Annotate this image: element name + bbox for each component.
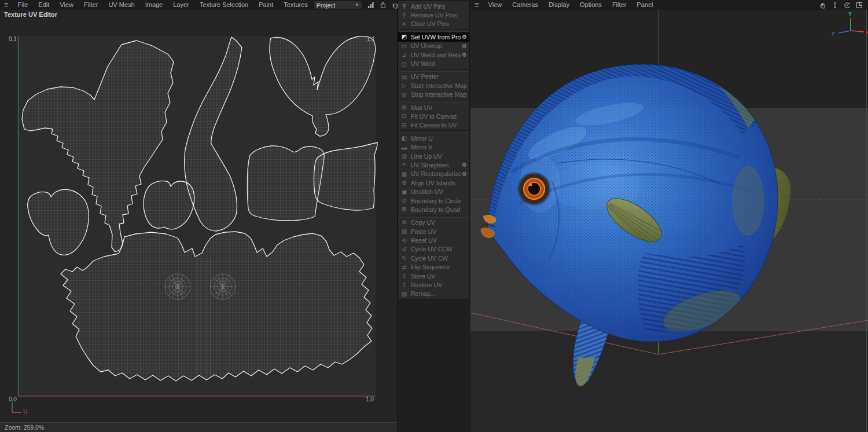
hamburger-icon[interactable]: ≡ [470,0,483,10]
uv-menu-item[interactable]: ⟲ Reset UV [398,236,469,244]
menu-item[interactable]: Filter [607,0,631,10]
lock-icon[interactable] [379,1,387,9]
uv-menu-item[interactable]: ▦ UV Rectangularize ⚙ [398,170,469,178]
uv-editor-menubar: ≡ FileEditViewFilterUV MeshImageLayerTex… [0,0,397,10]
uv-menu-item[interactable]: ⇄ Flip Sequence [398,263,469,272]
uv-menu-item-icon: ⊘ [400,91,408,98]
hamburger-icon[interactable]: ≡ [0,0,13,10]
uv-menu-item[interactable]: ⊡ Fit UV to Canvas [398,112,469,120]
menu-item[interactable]: Edit [33,0,54,10]
uv-menu-item-label: Copy UV [411,219,467,226]
rotate-icon[interactable] [843,1,851,9]
menu-item[interactable]: View [54,0,79,10]
menu-item[interactable]: Filter [79,0,103,10]
menu-item[interactable]: View [483,0,507,10]
menu-item[interactable]: Image [140,0,168,10]
viewport-3d[interactable]: Y X Z [470,10,868,432]
menu-item[interactable]: Display [543,0,575,10]
uv-menu-item-icon: ◧ [400,135,408,141]
viewport-canvas[interactable]: Y X Z [470,10,868,432]
uv-menu-item[interactable]: ▬ Mirror V [398,142,469,151]
uv-menu-item-label: Add UV Pins [411,3,467,10]
uv-menu-item[interactable]: ▨ Remap... [398,290,469,298]
menu-item[interactable]: Texture Selection [194,0,253,10]
uv-menu-item[interactable]: ▤ UV Peeler [398,72,469,81]
uv-menu-item[interactable]: ▷ Start Interactive Mapping [398,81,469,90]
uv-menu-item[interactable]: ▭ UV Unwrap ⚙ [398,42,469,50]
uv-menu-item[interactable]: ⚲ Remove UV Pins [398,10,469,19]
uv-menu-item[interactable]: ↻ Cycle UV CW [398,254,469,262]
gear-icon[interactable]: ⚙ [461,171,467,177]
uv-menu-item[interactable]: ▧ Paste UV [398,227,469,236]
uv-menu-item[interactable]: ▣ Unstitch UV [398,187,469,196]
uv-corner-label-00: 0,0 [9,396,17,402]
uv-menu-item[interactable]: ⊕ Align UV Islands [398,178,469,187]
uv-menu-item[interactable]: ⊿ UV Weld and Relax ⚙ [398,50,469,59]
uv-menu-item-icon: ≡ [400,162,408,168]
uv-menu-item-icon: ▥ [400,153,408,159]
dolly-icon[interactable] [831,1,839,9]
uv-canvas[interactable] [0,0,397,432]
maximize-icon[interactable] [855,1,863,9]
uv-menu-item[interactable]: ⊞ Max UV [398,103,469,112]
uv-menu-item-icon: ⚲ [400,12,408,19]
uv-editor-menu: FileEditViewFilterUV MeshImageLayerTextu… [13,0,313,10]
histogram-icon[interactable] [367,1,375,9]
uv-menu-item-icon: ▧ [400,228,408,235]
uv-menu-item[interactable]: ⊟ Fit Canvas to UV [398,121,469,130]
project-dropdown-value: Project [317,2,336,9]
pan-hand-icon[interactable] [819,1,827,9]
menu-item[interactable]: Panel [631,0,658,10]
uv-menu-item-label: Cycle UV CCW [411,246,467,252]
uv-menu-item-label: Align UV Islands [411,180,467,186]
uv-menu-item[interactable]: ⊘ Stop Interactive Mapping [398,90,469,99]
uv-menu-item-icon: ↺ [400,246,408,252]
uv-menu-item[interactable]: ⊠ Boundary to Quad [398,205,469,214]
uv-menu-item[interactable]: ◩ Set UVW from Projection ⚙ [398,32,469,41]
uv-menu-item[interactable]: ⊙ Boundary to Circle [398,196,469,205]
uv-menu-item[interactable]: ◫ UV Weld [398,59,469,68]
gear-icon[interactable]: ⚙ [461,43,467,49]
menu-item[interactable]: File [13,0,34,10]
uv-menu-item-label: UV Peeler [411,73,467,80]
uv-menu-item-label: Fit UV to Canvas [411,113,467,120]
uv-menu-item[interactable]: ◧ Mirror U [398,134,469,142]
menu-item[interactable]: Paint [253,0,278,10]
project-dropdown[interactable]: Project ▼ [313,1,363,9]
uv-menu-item-icon: ↥ [400,282,408,288]
uv-menu-item[interactable]: ↺ Cycle UV CCW [398,245,469,254]
menu-item[interactable]: Layer [168,0,194,10]
uv-menu-item-label: Mirror V [411,144,467,151]
menu-item[interactable]: Cameras [507,0,543,10]
zoom-level: Zoom: 259.0% [5,424,44,431]
gear-icon[interactable]: ⚙ [461,162,467,168]
uv-menu-item-icon: ↻ [400,255,408,261]
uv-menu-item[interactable]: ↥ Restore UV [398,280,469,289]
uv-menu-item-icon: ⊡ [400,113,408,119]
uv-menu-item-label: UV Weld and Relax [411,52,461,58]
uv-menu-item-label: UV Unwrap [411,42,461,49]
uv-menu-item[interactable]: ↧ Store UV [398,272,469,280]
menu-item[interactable]: UV Mesh [103,0,139,10]
uv-menu-item-icon: ⊕ [400,180,408,186]
gear-icon[interactable]: ⚙ [461,52,467,58]
uv-menu-item-icon: ▤ [400,74,408,80]
uv-menu-item-icon: ⊞ [400,104,408,111]
uv-menu-item-icon: ⚲ [400,3,408,9]
gear-icon[interactable]: ⚙ [461,34,467,40]
uv-menu-item-label: Paste UV [411,228,467,235]
menu-separator [398,69,469,72]
uv-menu-item[interactable]: ⚲ Add UV Pins [398,2,469,10]
uv-menu-item[interactable]: ✕ Clear UV Pins [398,20,469,28]
uv-menu-item-icon: ▨ [400,291,408,297]
menu-item[interactable]: Textures [278,0,313,10]
uv-menu-item[interactable]: ⧉ Copy UV [398,218,469,227]
uv-menu-item[interactable]: ▥ Line Up UV [398,152,469,160]
axis-label-y: Y [848,11,852,17]
u-axis-label: U [23,408,27,415]
menu-item[interactable]: Options [575,0,607,10]
uv-menu-item[interactable]: ≡ UV Straighten ⚙ [398,160,469,169]
uv-commands-panel: ⚲ Add UV Pins ⚲ Remove UV Pins ✕ Clear U… [398,1,470,299]
uv-menu-item-label: Reset UV [411,237,467,244]
uv-menu-item-icon: ◫ [400,61,408,67]
